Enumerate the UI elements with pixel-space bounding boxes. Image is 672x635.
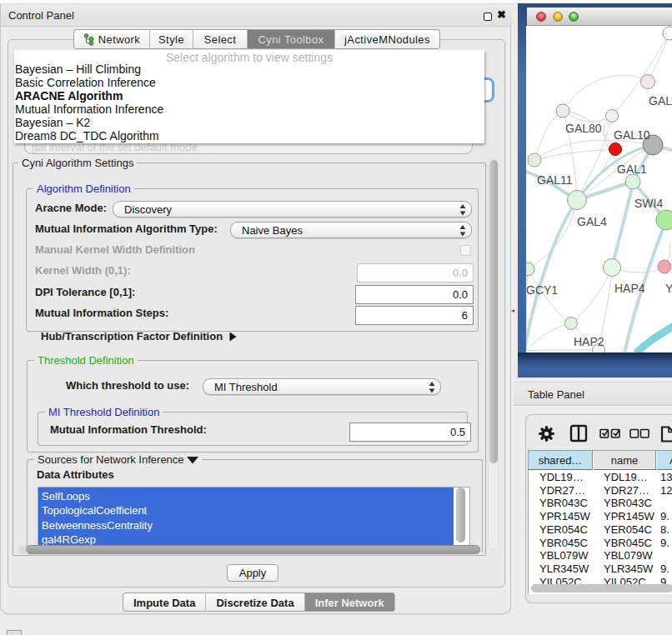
svg-text:HAP4: HAP4 xyxy=(614,282,645,295)
svg-text:SWI4: SWI4 xyxy=(634,197,663,210)
svg-text:GAL: GAL xyxy=(649,94,672,108)
svg-text:GCY1: GCY1 xyxy=(526,283,558,297)
svg-text:GAL1: GAL1 xyxy=(617,162,647,176)
svg-text:GAL4: GAL4 xyxy=(577,215,607,228)
svg-text:GAL80: GAL80 xyxy=(565,122,602,135)
svg-text:Y: Y xyxy=(665,282,672,295)
svg-text:GAL11: GAL11 xyxy=(537,173,573,187)
svg-text:HAP2: HAP2 xyxy=(574,335,604,348)
svg-text:GAL10: GAL10 xyxy=(614,128,650,142)
